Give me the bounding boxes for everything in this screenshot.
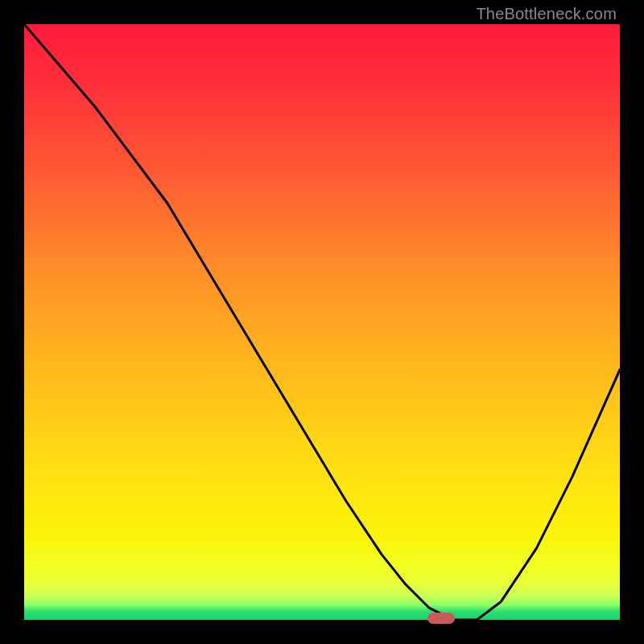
plot-area	[24, 24, 620, 620]
optimal-marker	[427, 613, 455, 624]
watermark-text: TheBottleneck.com	[476, 5, 617, 23]
curve-path	[24, 24, 620, 620]
chart-frame: TheBottleneck.com	[0, 0, 644, 644]
bottleneck-curve	[24, 24, 620, 620]
